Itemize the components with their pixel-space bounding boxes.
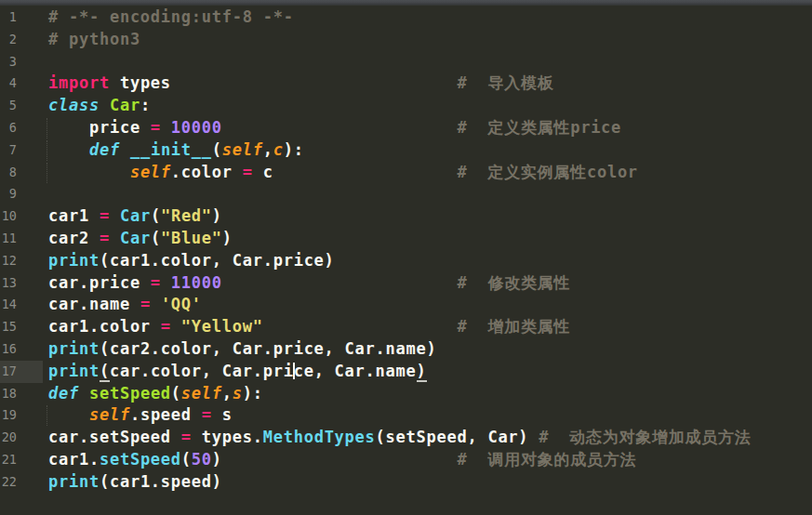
line-number[interactable]: 9 — [0, 183, 43, 205]
plain-token — [263, 317, 458, 336]
code-line[interactable]: 12print(car1.color, Car.price) — [0, 250, 812, 272]
code-text: car1.color = "Yellow" # 增加类属性 — [43, 316, 812, 338]
plain-token: car1.color — [48, 317, 161, 336]
code-text: car.price = 11000 # 修改类属性 — [43, 272, 812, 295]
code-line[interactable]: 2# python3 — [0, 29, 812, 51]
line-number[interactable]: 22 — [0, 471, 43, 494]
code-line[interactable]: 20car.setSpeed = types.MethodTypes(setSp… — [0, 427, 812, 449]
code-line[interactable]: 5class Car: — [0, 95, 812, 117]
storage-keyword-token: def — [48, 384, 79, 403]
comment-token: # 调用对象的成员方法 — [457, 450, 636, 469]
indent-guide — [47, 118, 47, 139]
plain-token: ) — [212, 450, 222, 469]
plain-token — [110, 229, 120, 247]
line-number[interactable]: 10 — [0, 205, 43, 228]
plain-token — [222, 273, 458, 292]
code-line[interactable]: 10car1 = Car("Red") — [0, 205, 812, 228]
code-line[interactable]: 15car1.color = "Yellow" # 增加类属性 — [0, 316, 812, 338]
code-text: price = 10000 # 定义类属性price — [43, 117, 812, 139]
function-name-token: print — [48, 362, 100, 380]
code-line[interactable]: 16print(car2.color, Car.price, Car.name) — [0, 338, 812, 361]
parameter-token: self — [181, 384, 222, 403]
plain-token: ) — [212, 206, 222, 225]
line-number[interactable]: 4 — [0, 73, 43, 95]
code-line[interactable]: 22print(car1.speed) — [0, 471, 812, 494]
code-line[interactable]: 7 def __init__(self,c): — [0, 139, 812, 162]
plain-token: ) — [222, 229, 233, 247]
plain-token: s — [212, 405, 233, 424]
code-line[interactable]: 14car.name = 'QQ' — [0, 294, 812, 316]
code-line[interactable]: 13car.price = 11000 # 修改类属性 — [0, 272, 812, 295]
plain-token — [161, 273, 171, 292]
line-number[interactable]: 15 — [0, 316, 43, 338]
function-name-token: __init__ — [130, 140, 212, 159]
code-line[interactable]: 17print(car.color, Car.price, Car.name) — [0, 361, 812, 383]
code-text: car1 = Car("Red") — [43, 205, 812, 228]
function-name-token: print — [48, 251, 100, 270]
code-line[interactable]: 11car2 = Car("Blue") — [0, 228, 812, 250]
plain-token: price — [48, 118, 151, 137]
indent-guide — [47, 405, 47, 426]
line-number[interactable]: 19 — [0, 404, 43, 427]
code-line[interactable]: 9 — [0, 183, 812, 205]
plain-token: ): — [243, 384, 263, 403]
keyword-token: = — [181, 428, 192, 446]
line-number[interactable]: 5 — [0, 95, 43, 117]
line-number[interactable]: 3 — [0, 51, 43, 73]
plain-token — [48, 140, 89, 159]
code-text: car2 = Car("Blue") — [43, 228, 812, 250]
line-number[interactable]: 8 — [0, 162, 43, 184]
plain-token — [161, 118, 171, 137]
code-text: print(car.color, Car.price, Car.name) — [43, 361, 812, 383]
plain-token: car1 — [48, 206, 100, 225]
line-number[interactable]: 18 — [0, 383, 43, 405]
line-number[interactable]: 13 — [0, 272, 43, 295]
plain-token: (car1.color, Car.price) — [100, 251, 335, 270]
plain-token: ( — [212, 140, 222, 159]
string-token: "Blue" — [161, 229, 222, 247]
code-text: class Car: — [43, 95, 812, 117]
plain-token: car.setSpeed — [48, 428, 181, 446]
number-token: 10000 — [171, 118, 222, 137]
keyword-token: = — [140, 295, 151, 313]
code-editor-surface[interactable]: 1# -*- encoding:utf-8 -*-2# python334imp… — [0, 6, 812, 494]
code-line[interactable]: 19 self.speed = s — [0, 404, 812, 427]
line-number[interactable]: 7 — [0, 139, 43, 162]
plain-token — [171, 73, 458, 92]
plain-token: .color — [171, 163, 243, 181]
editor-window: 1# -*- encoding:utf-8 -*-2# python334imp… — [0, 0, 812, 515]
line-number[interactable]: 17 — [0, 361, 43, 383]
code-line[interactable]: 8 self.color = c # 定义实例属性color — [0, 162, 812, 184]
storage-keyword-token: def — [89, 140, 120, 159]
code-line[interactable]: 21car1.setSpeed(50) # 调用对象的成员方法 — [0, 449, 812, 471]
string-token: 'QQ' — [161, 295, 202, 313]
line-number[interactable]: 14 — [0, 294, 43, 316]
plain-token: (car2.color, Car.price, Car.name) — [100, 339, 437, 358]
line-number[interactable]: 6 — [0, 117, 43, 139]
code-text: import types # 导入模板 — [43, 73, 812, 95]
indent-guide — [47, 140, 47, 161]
line-number[interactable]: 1 — [0, 7, 43, 29]
plain-token: ( — [151, 229, 161, 247]
parameter-token: self — [222, 140, 263, 159]
line-number[interactable]: 16 — [0, 338, 43, 361]
code-text: self.speed = s — [43, 404, 812, 427]
line-number[interactable]: 12 — [0, 250, 43, 272]
line-number[interactable]: 20 — [0, 427, 43, 449]
line-number[interactable]: 21 — [0, 449, 43, 471]
code-line[interactable]: 4import types # 导入模板 — [0, 73, 812, 95]
plain-token — [100, 96, 110, 114]
code-text: print(car1.color, Car.price) — [43, 250, 812, 272]
storage-keyword-token: class — [48, 96, 100, 114]
code-text — [43, 51, 812, 73]
code-line[interactable]: 3 — [0, 51, 812, 73]
parameter-token: c — [273, 140, 284, 159]
code-text: self.color = c # 定义实例属性color — [43, 162, 812, 184]
keyword-token: = — [161, 317, 171, 336]
plain-token: ( — [151, 206, 161, 225]
code-line[interactable]: 6 price = 10000 # 定义类属性price — [0, 117, 812, 139]
code-line[interactable]: 18def setSpeed(self,s): — [0, 383, 812, 405]
code-line[interactable]: 1# -*- encoding:utf-8 -*- — [0, 7, 812, 29]
line-number[interactable]: 11 — [0, 228, 43, 250]
line-number[interactable]: 2 — [0, 29, 43, 51]
